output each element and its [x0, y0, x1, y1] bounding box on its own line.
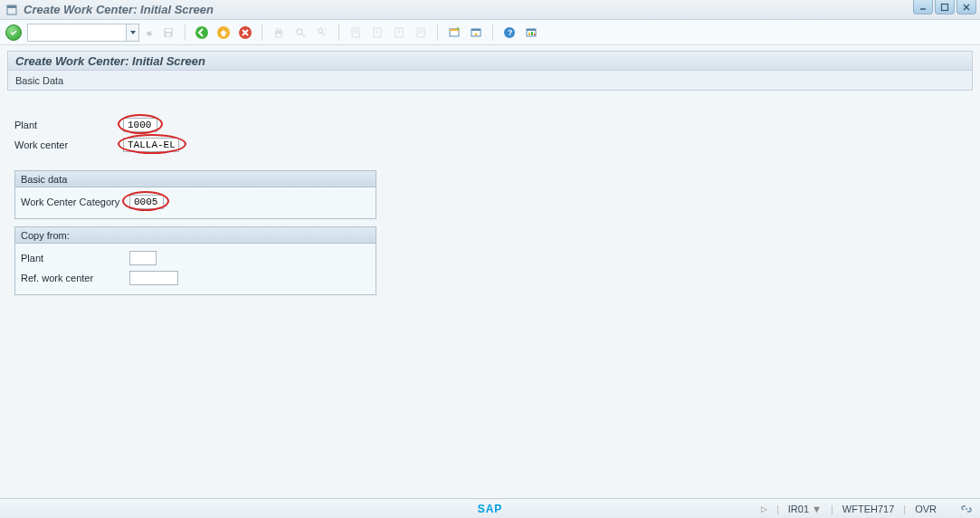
svg-text:+: + [456, 26, 460, 32]
label-copy-ref-wc: Ref. work center [21, 273, 129, 283]
customize-layout-icon[interactable] [522, 24, 540, 42]
group-copy-from: Copy from: Plant Ref. work center [14, 226, 376, 295]
screen-container: Create Work Center: Initial Screen Basic… [7, 51, 973, 295]
screen-title: Create Work Center: Initial Screen [15, 54, 205, 68]
enter-button[interactable] [5, 24, 22, 41]
status-system: WFTEH717 [842, 504, 894, 514]
cancel-icon[interactable] [236, 24, 254, 42]
svg-rect-1 [7, 5, 16, 8]
row-copy-plant: Plant [21, 249, 370, 267]
svg-rect-13 [276, 28, 281, 31]
next-page-icon [390, 24, 408, 42]
status-tcode[interactable]: IR01 ▼ [788, 504, 822, 514]
svg-rect-14 [276, 34, 281, 37]
close-button[interactable] [956, 0, 976, 14]
status-bar: SAP ▷ | IR01 ▼ | WFTEH717 | OVR [0, 498, 980, 518]
svg-rect-8 [167, 34, 170, 36]
maximize-button[interactable] [935, 0, 955, 14]
toolbar-separator [492, 24, 493, 41]
first-page-icon [347, 24, 365, 42]
last-page-icon [412, 24, 430, 42]
input-work-center[interactable] [123, 138, 179, 152]
svg-rect-28 [471, 29, 480, 31]
status-expand-icon[interactable]: ▷ [761, 504, 767, 513]
label-copy-plant: Plant [21, 253, 129, 264]
input-category[interactable] [129, 195, 164, 209]
svg-rect-34 [531, 32, 533, 35]
prev-page-icon [368, 24, 386, 42]
svg-line-18 [322, 33, 325, 35]
status-right: ▷ | IR01 ▼ | WFTEH717 | OVR [761, 503, 973, 515]
group-header-basic-data: Basic data [15, 171, 376, 187]
toolbar-separator [437, 24, 438, 41]
svg-rect-7 [166, 29, 171, 32]
svg-rect-35 [534, 34, 536, 35]
sap-logo: SAP [478, 503, 503, 515]
system-menu-icon[interactable] [5, 4, 18, 16]
row-plant: Plant [14, 116, 966, 134]
minimize-button[interactable] [913, 0, 933, 14]
label-category: Work Center Category [21, 197, 129, 207]
svg-rect-32 [527, 29, 536, 31]
help-icon[interactable]: ? [500, 24, 519, 42]
find-next-icon: + [313, 24, 331, 42]
svg-point-17 [319, 28, 323, 33]
new-session-icon[interactable]: + [445, 24, 463, 42]
status-link-icon[interactable] [960, 503, 973, 515]
group-basic-data: Basic data Work Center Category [14, 170, 376, 219]
exit-icon[interactable] [214, 24, 233, 42]
input-plant[interactable] [123, 118, 157, 132]
label-work-center: Work center [14, 139, 123, 150]
command-dropdown[interactable] [127, 24, 139, 42]
shortcut-icon[interactable] [467, 24, 485, 42]
svg-rect-33 [528, 33, 530, 35]
window-controls [913, 0, 976, 14]
toolbar-separator [262, 24, 262, 41]
back-icon[interactable] [193, 24, 211, 42]
label-plant: Plant [14, 120, 123, 130]
svg-rect-23 [417, 28, 424, 37]
svg-point-9 [195, 26, 208, 39]
save-icon [159, 24, 177, 42]
content-area: Plant Work center Basic data Work Center… [7, 91, 973, 295]
toolbar-separator [185, 24, 186, 41]
print-icon [270, 24, 288, 42]
input-copy-plant[interactable] [129, 251, 157, 265]
toolbar-chevrons[interactable]: « [147, 27, 152, 38]
input-copy-ref-wc[interactable] [129, 271, 178, 285]
screen-header: Create Work Center: Initial Screen [7, 51, 973, 71]
tab-basic-data[interactable]: Basic Data [15, 75, 63, 86]
window-title: Create Work Center: Initial Screen [24, 3, 214, 16]
row-work-center: Work center [14, 136, 966, 154]
toolbar-separator [338, 24, 339, 41]
status-mode: OVR [915, 504, 937, 514]
row-copy-ref-wc: Ref. work center [21, 269, 370, 287]
window-titlebar: Create Work Center: Initial Screen [0, 0, 980, 20]
find-icon [291, 24, 309, 42]
group-header-copy-from: Copy from: [15, 227, 376, 244]
svg-rect-20 [352, 28, 359, 37]
tab-strip: Basic Data [7, 71, 973, 91]
svg-rect-3 [942, 4, 948, 10]
svg-line-16 [301, 34, 305, 37]
application-toolbar: « + + ? [0, 20, 980, 45]
row-category: Work Center Category [21, 193, 370, 211]
command-field[interactable] [27, 24, 127, 42]
svg-text:+: + [324, 26, 328, 32]
svg-text:?: ? [508, 28, 513, 37]
